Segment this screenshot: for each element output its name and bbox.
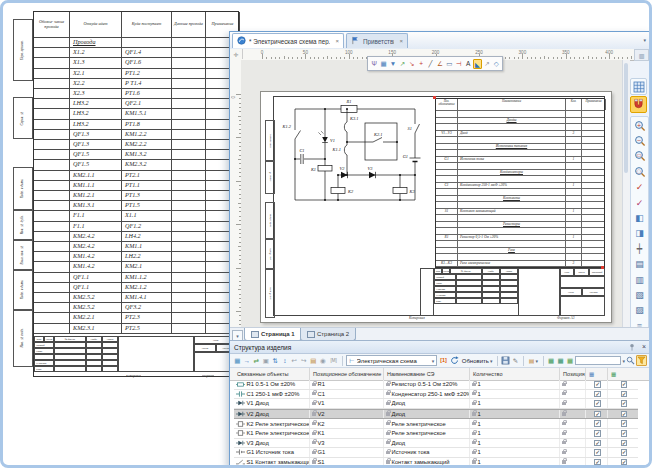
table-green-1-icon[interactable]: ▦ [547,355,556,366]
checkbox[interactable]: ✓ [621,411,628,418]
insert-table-icon[interactable]: ▦ [233,355,242,366]
structure-col-header[interactable]: Позиционное обозначение [310,368,384,380]
macro-icon[interactable]: [M] [328,355,339,366]
snap-text-icon[interactable]: A [464,59,472,69]
checkbox[interactable]: ✓ [594,381,601,388]
checkbox[interactable]: ✓ [621,449,628,456]
pin-icon[interactable] [628,343,636,352]
save-icon[interactable] [501,356,510,365]
zoom-in-icon[interactable]: + [632,118,647,133]
refresh-view-icon[interactable]: ✓ [632,195,647,210]
snap-list-icon[interactable]: ▼ [389,59,397,69]
refresh-icon[interactable] [450,356,459,365]
checkbox[interactable]: ✓ [594,420,601,427]
checkbox-col-green-icon[interactable]: ▦ [608,368,638,380]
tab-welcome[interactable]: Приветствие × [346,33,408,48]
properties-icon[interactable]: ▣ [262,355,271,366]
report-icon[interactable]: ▤▾ [527,355,540,366]
snap-perpendicular-icon[interactable]: ⊣ [455,59,463,69]
selection-brackets-icon[interactable]: [1] [438,355,448,366]
structure-row[interactable]: K1 Реле электрическоеK1Реле электрическо… [234,429,638,439]
sheet-add-icon[interactable]: ▧ [632,287,647,302]
tab-electric-scheme[interactable]: * Электрическая схема пер... × [232,33,344,48]
close-icon[interactable]: × [399,38,403,44]
structure-row[interactable]: V3 ДиодV3Диод1✓✓ [234,439,638,449]
refresh-button[interactable]: Обновить▾ [460,355,495,366]
link-icon[interactable]: ↩ [290,355,299,366]
magnet-snap-icon[interactable] [630,96,647,113]
checkbox[interactable]: ✓ [621,391,628,398]
checkbox[interactable]: ✓ [594,459,601,466]
sort-up-down-icon[interactable]: ⇅ [271,355,280,366]
ruler-options-button[interactable]: ▥ [634,49,649,61]
drawing-canvas[interactable]: Перв. примен.Справ. №Подп. и датаИнв. № … [241,60,622,327]
checkbox[interactable]: ✓ [621,440,628,447]
close-icon[interactable]: × [642,343,646,350]
snap-grid-icon[interactable]: ▦ [379,59,387,69]
checkbox-col-blue-icon[interactable]: ▦ [586,368,608,380]
close-icon[interactable]: × [335,38,339,44]
marker-icon[interactable]: ◉ [319,355,328,366]
search-icon[interactable] [626,356,635,365]
checkbox[interactable]: ✓ [621,459,628,466]
scheme-selector[interactable]: ⊢Электрическая схема▾ [346,355,437,366]
scrollbar-thumb[interactable] [624,63,628,173]
checkbox[interactable]: ✓ [621,400,628,407]
snap-nearest-icon[interactable]: ↗ [398,59,406,69]
unlink-icon[interactable]: ↪ [300,355,309,366]
filter-button[interactable] [636,355,647,366]
tab-list-dropdown-icon[interactable]: ▾ [643,37,646,43]
orientation-cube2-icon[interactable]: ◨ [632,226,647,241]
structure-row[interactable]: R1 0.5-1 Ом ±20%R1Резистор 0.5-1 Ом ±20%… [234,380,638,390]
exchange-icon[interactable]: ⇄ [252,355,261,366]
snap-cursor-icon[interactable]: ↗ [483,59,491,69]
insert-object-icon[interactable]: → [243,355,252,366]
grid-toggle-icon[interactable] [630,78,647,95]
zoom-area-icon[interactable]: ▭ [632,149,647,164]
redraw-icon[interactable]: ✓ [632,180,647,195]
checkbox[interactable]: ✓ [594,411,601,418]
report-sheet-icon[interactable]: ▤ [309,355,318,366]
snap-ortho-icon[interactable]: ◣ [473,59,481,69]
structure-row[interactable]: G1 Источник токаG1Источник тока1✓✓ [234,448,638,458]
checkbox[interactable]: ✓ [621,420,628,427]
snap-rect-icon[interactable]: ▭ [445,59,453,69]
structure-row[interactable]: K2 Реле электрическоеK2Реле электрическо… [234,419,638,429]
vertical-scrollbar[interactable] [622,60,630,327]
structure-col-header[interactable]: Количество [470,368,560,380]
checkbox[interactable]: ✓ [594,400,601,407]
divider-icon[interactable]: ┿ [632,241,647,256]
structure-search-input[interactable] [575,356,621,365]
structure-panel-title: Структура изделия [234,344,291,351]
snap-line-icon[interactable]: ╱ [426,59,434,69]
structure-row[interactable]: C1 250-1 мкФ ±20%C1Конденсатор 250-1 мкФ… [234,390,638,400]
table-green-2-icon[interactable]: ▦ [556,355,565,366]
structure-col-header[interactable]: Связанные объекты [234,368,310,380]
structure-col-header[interactable]: Наименование СЭ [384,368,470,380]
checkbox[interactable]: ✓ [594,449,601,456]
snap-angle-icon[interactable]: ∠ [436,59,444,69]
table-green-3-icon[interactable]: ▦ [566,355,575,366]
structure-row[interactable]: V2 ДиодV2Диод1✓✓ [234,409,638,420]
checkbox[interactable]: ✓ [594,440,601,447]
snap-point-icon[interactable]: ↘ [408,59,416,69]
checkbox[interactable]: ✓ [594,430,601,437]
zoom-out-icon[interactable]: − [632,133,647,148]
sort-icon[interactable]: ↕ [281,355,290,366]
snap-center-icon[interactable]: + [417,59,425,69]
structure-row[interactable]: V1 ДиодV1Диод1✓✓ [234,399,638,409]
sheet-stack-icon[interactable]: ▨ [632,303,647,318]
snap-user-icon[interactable]: ◇ [492,59,500,69]
structure-row[interactable]: S1 Контакт замыкающийS1Контакт замыкающи… [234,458,638,467]
checkbox[interactable]: ✓ [621,381,628,388]
checkbox[interactable]: ✓ [621,430,628,437]
doc-format-icon[interactable]: ▤ [632,257,647,272]
snap-filter-icon[interactable]: Ψ [370,59,378,69]
edit-icon[interactable]: ✎ [511,355,520,366]
zoom-all-icon[interactable]: ◌ [632,164,647,179]
checkbox[interactable]: ✓ [594,391,601,398]
chevron-down-icon[interactable]: ▾ [622,358,625,364]
doc-a2-icon[interactable]: ▥ [632,272,647,287]
structure-col-header[interactable]: Позиция [560,368,586,380]
orientation-cube-icon[interactable]: ◧ [632,210,647,225]
